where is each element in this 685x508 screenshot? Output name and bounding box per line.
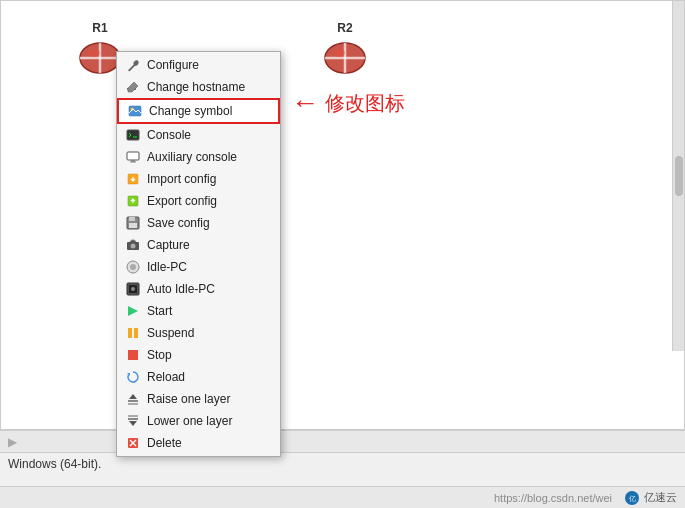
menu-delete-label: Delete: [147, 436, 182, 450]
svg-rect-39: [128, 415, 138, 417]
camera-icon: [125, 237, 141, 253]
svg-marker-40: [129, 421, 137, 426]
menu-item-console[interactable]: Console: [117, 124, 280, 146]
menu-configure-label: Configure: [147, 58, 199, 72]
svg-point-9: [333, 49, 345, 57]
menu-item-import-config[interactable]: Import config: [117, 168, 280, 190]
context-menu: Configure Change hostname Change symbol: [116, 51, 281, 457]
brand-name: 亿速云: [644, 490, 677, 505]
svg-marker-30: [128, 306, 138, 316]
menu-item-capture[interactable]: Capture: [117, 234, 280, 256]
svg-rect-15: [127, 152, 139, 160]
menu-item-suspend[interactable]: Suspend: [117, 322, 280, 344]
status-bar-content: Windows (64-bit).: [0, 453, 685, 486]
menu-console-label: Console: [147, 128, 191, 142]
menu-item-stop[interactable]: Stop: [117, 344, 280, 366]
menu-raise-one-layer-label: Raise one layer: [147, 392, 230, 406]
svg-rect-32: [134, 328, 138, 338]
svg-point-4: [88, 49, 100, 57]
reload-icon: [125, 369, 141, 385]
stop-icon: [125, 347, 141, 363]
menu-export-config-label: Export config: [147, 194, 217, 208]
svg-rect-35: [128, 400, 138, 402]
status-bar-bottom: https://blog.csdn.net/wei 亿 亿速云: [0, 486, 685, 508]
menu-item-configure[interactable]: Configure: [117, 54, 280, 76]
menu-import-config-label: Import config: [147, 172, 216, 186]
svg-rect-13: [127, 130, 139, 140]
menu-item-lower-one-layer[interactable]: Lower one layer: [117, 410, 280, 432]
auto-idle-icon: [125, 281, 141, 297]
monitor-icon: [125, 149, 141, 165]
wrench-icon: [125, 57, 141, 73]
router-r2[interactable]: R2: [321, 21, 369, 77]
menu-change-hostname-label: Change hostname: [147, 80, 245, 94]
watermark-url: https://blog.csdn.net/wei: [494, 492, 612, 504]
menu-item-save-config[interactable]: Save config: [117, 212, 280, 234]
scrollbar[interactable]: [672, 1, 684, 351]
menu-change-symbol-label: Change symbol: [149, 104, 232, 118]
change-symbol-annotation: ← 修改图标: [291, 89, 405, 117]
menu-auxiliary-console-label: Auxiliary console: [147, 150, 237, 164]
svg-point-26: [130, 264, 136, 270]
svg-point-24: [131, 244, 136, 249]
delete-icon: [125, 435, 141, 451]
menu-item-raise-one-layer[interactable]: Raise one layer: [117, 388, 280, 410]
menu-item-idle-pc[interactable]: Idle-PC: [117, 256, 280, 278]
terminal-icon: [125, 127, 141, 143]
router-r2-label: R2: [337, 21, 352, 35]
menu-item-change-hostname[interactable]: Change hostname: [117, 76, 280, 98]
svg-rect-33: [128, 350, 138, 360]
router-r1-label: R1: [92, 21, 107, 35]
svg-rect-36: [128, 403, 138, 405]
menu-auto-idle-pc-label: Auto Idle-PC: [147, 282, 215, 296]
svg-point-29: [131, 287, 135, 291]
idle-icon: [125, 259, 141, 275]
menu-reload-label: Reload: [147, 370, 185, 384]
export-icon: [125, 193, 141, 209]
menu-item-export-config[interactable]: Export config: [117, 190, 280, 212]
router-r2-icon: [321, 39, 369, 77]
svg-rect-21: [129, 217, 135, 221]
image-icon: [127, 103, 143, 119]
svg-rect-38: [128, 418, 138, 420]
menu-start-label: Start: [147, 304, 172, 318]
svg-rect-22: [129, 223, 137, 228]
menu-save-config-label: Save config: [147, 216, 210, 230]
menu-item-reload[interactable]: Reload: [117, 366, 280, 388]
pause-icon: [125, 325, 141, 341]
menu-capture-label: Capture: [147, 238, 190, 252]
lower-icon: [125, 413, 141, 429]
svg-rect-31: [128, 328, 132, 338]
status-text: Windows (64-bit).: [8, 457, 101, 471]
red-arrow-icon: ←: [291, 89, 319, 117]
edit-icon: [125, 79, 141, 95]
status-bar: ▶ Windows (64-bit). https://blog.csdn.ne…: [0, 430, 685, 508]
raise-icon: [125, 391, 141, 407]
canvas-area: R1 R2 Configure: [0, 0, 685, 430]
menu-item-auxiliary-console[interactable]: Auxiliary console: [117, 146, 280, 168]
menu-item-delete[interactable]: Delete: [117, 432, 280, 454]
svg-marker-37: [129, 394, 137, 399]
menu-lower-one-layer-label: Lower one layer: [147, 414, 232, 428]
annotation-text: 修改图标: [325, 90, 405, 117]
status-bar-top: ▶: [0, 431, 685, 453]
save-icon: [125, 215, 141, 231]
menu-stop-label: Stop: [147, 348, 172, 362]
menu-item-auto-idle-pc[interactable]: Auto Idle-PC: [117, 278, 280, 300]
brand-icon: 亿: [624, 490, 640, 506]
menu-item-change-symbol[interactable]: Change symbol: [117, 98, 280, 124]
menu-idle-pc-label: Idle-PC: [147, 260, 187, 274]
svg-text:亿: 亿: [628, 495, 636, 502]
menu-item-start[interactable]: Start: [117, 300, 280, 322]
play-icon: [125, 303, 141, 319]
import-icon: [125, 171, 141, 187]
menu-suspend-label: Suspend: [147, 326, 194, 340]
